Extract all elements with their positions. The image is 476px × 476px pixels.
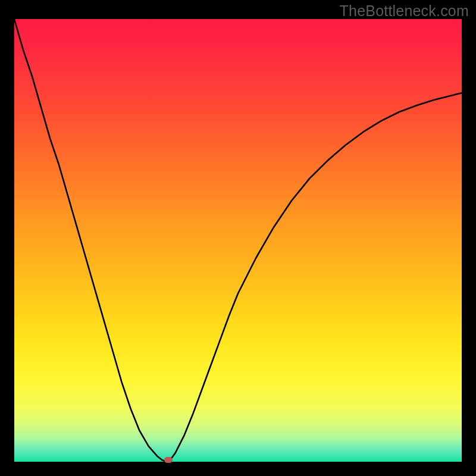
optimum-marker	[164, 457, 173, 463]
watermark-text: TheBottleneck.com	[340, 2, 469, 20]
bottleneck-curve	[14, 19, 462, 462]
chart-frame	[14, 19, 462, 462]
